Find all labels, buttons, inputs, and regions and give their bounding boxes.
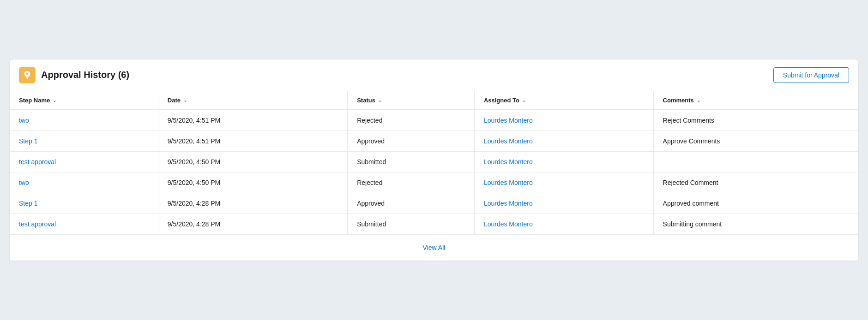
assigned-to-link[interactable]: Lourdes Montero (484, 117, 533, 124)
table-row: Step 19/5/2020, 4:28 PMApprovedLourdes M… (10, 193, 858, 213)
cell-date: 9/5/2020, 4:50 PM (158, 151, 347, 172)
cell-step-name[interactable]: two (10, 110, 158, 131)
sort-icon-comments: ⌄ (697, 98, 700, 103)
cell-date: 9/5/2020, 4:51 PM (158, 130, 347, 151)
view-all-row: View All (10, 234, 858, 261)
cell-comments: Approve Comments (653, 130, 858, 151)
view-all-link[interactable]: View All (423, 244, 446, 251)
header-left: Approval History (6) (19, 67, 129, 83)
cell-date: 9/5/2020, 4:28 PM (158, 213, 347, 234)
cell-step-name[interactable]: Step 1 (10, 193, 158, 213)
cell-status: Submitted (348, 151, 475, 172)
col-header-comments[interactable]: Comments ⌄ (653, 91, 858, 110)
sort-icon-date: ⌄ (183, 98, 187, 103)
cell-date: 9/5/2020, 4:50 PM (158, 172, 347, 193)
assigned-to-link[interactable]: Lourdes Montero (484, 137, 533, 145)
card-header: Approval History (6) Submit for Approval (10, 59, 858, 91)
assigned-to-link[interactable]: Lourdes Montero (484, 200, 533, 207)
approval-history-card: Approval History (6) Submit for Approval… (9, 59, 859, 261)
assigned-to-link[interactable]: Lourdes Montero (484, 220, 533, 228)
table-row: test approval9/5/2020, 4:28 PMSubmittedL… (10, 213, 858, 234)
cell-comments: Approved comment (653, 193, 858, 213)
cell-assigned-to[interactable]: Lourdes Montero (474, 193, 653, 213)
view-all-cell: View All (10, 234, 858, 261)
cell-status: Submitted (348, 213, 475, 234)
step-name-link[interactable]: Step 1 (19, 200, 37, 207)
submit-for-approval-button[interactable]: Submit for Approval (773, 67, 849, 83)
table-row: Step 19/5/2020, 4:51 PMApprovedLourdes M… (10, 130, 858, 151)
cell-comments: Submitting comment (653, 213, 858, 234)
page-title: Approval History (6) (41, 70, 129, 80)
cell-assigned-to[interactable]: Lourdes Montero (474, 151, 653, 172)
col-header-assigned-to[interactable]: Assigned To ⌄ (474, 91, 653, 110)
cell-status: Rejected (348, 172, 475, 193)
cell-step-name[interactable]: test approval (10, 213, 158, 234)
cell-assigned-to[interactable]: Lourdes Montero (474, 130, 653, 151)
col-header-date[interactable]: Date ⌄ (158, 91, 347, 110)
table-row: test approval9/5/2020, 4:50 PMSubmittedL… (10, 151, 858, 172)
col-header-step-name[interactable]: Step Name ⌄ (10, 91, 158, 110)
step-name-link[interactable]: Step 1 (19, 137, 37, 145)
cell-comments: Rejected Comment (653, 172, 858, 193)
cell-status: Rejected (348, 110, 475, 131)
cell-date: 9/5/2020, 4:51 PM (158, 110, 347, 131)
cell-step-name[interactable]: test approval (10, 151, 158, 172)
step-name-link[interactable]: test approval (19, 220, 56, 228)
table-header-row: Step Name ⌄ Date ⌄ Status ⌄ (10, 91, 858, 110)
cell-assigned-to[interactable]: Lourdes Montero (474, 110, 653, 131)
cell-step-name[interactable]: Step 1 (10, 130, 158, 151)
step-name-link[interactable]: test approval (19, 158, 56, 166)
assigned-to-link[interactable]: Lourdes Montero (484, 158, 533, 166)
sort-icon-assigned-to: ⌄ (522, 98, 526, 103)
sort-icon-status: ⌄ (378, 98, 382, 103)
sort-icon-step-name: ⌄ (53, 98, 56, 103)
cell-comments (653, 151, 858, 172)
step-name-link[interactable]: two (19, 179, 29, 186)
assigned-to-link[interactable]: Lourdes Montero (484, 179, 533, 186)
approval-history-table: Step Name ⌄ Date ⌄ Status ⌄ (10, 91, 858, 261)
cell-status: Approved (348, 130, 475, 151)
table-row: two9/5/2020, 4:51 PMRejectedLourdes Mont… (10, 110, 858, 131)
cell-date: 9/5/2020, 4:28 PM (158, 193, 347, 213)
table-row: two9/5/2020, 4:50 PMRejectedLourdes Mont… (10, 172, 858, 193)
cell-comments: Reject Comments (653, 110, 858, 131)
step-name-link[interactable]: two (19, 117, 29, 124)
cell-step-name[interactable]: two (10, 172, 158, 193)
cell-assigned-to[interactable]: Lourdes Montero (474, 213, 653, 234)
col-header-status[interactable]: Status ⌄ (348, 91, 475, 110)
cell-status: Approved (348, 193, 475, 213)
approval-icon (19, 67, 36, 83)
cell-assigned-to[interactable]: Lourdes Montero (474, 172, 653, 193)
